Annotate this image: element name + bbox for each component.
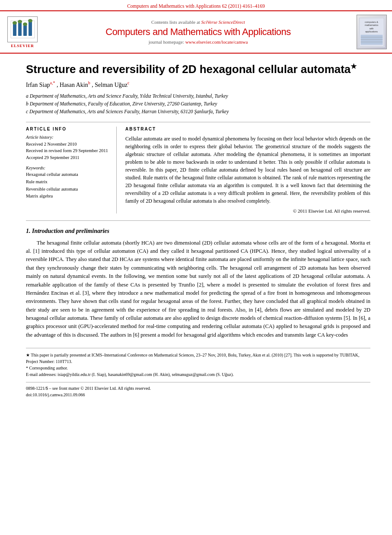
affil-a: a Department of Mathematics, Arts and Sc… <box>26 92 370 100</box>
author2-name: , Hasan Akin <box>57 82 88 88</box>
homepage-prefix: journal homepage: <box>149 39 185 45</box>
doi-line: doi:10.1016/j.camwa.2011.09.066 <box>26 392 370 398</box>
svg-text:with: with <box>369 27 374 29</box>
svg-rect-2 <box>18 22 22 36</box>
accepted-date: Accepted 29 September 2011 <box>26 154 110 161</box>
footnote-area: ★ This paper is partially presented at I… <box>26 348 370 378</box>
journal-title-display: Computers and Mathematics with Applicati… <box>44 26 352 38</box>
affiliations: a Department of Mathematics, Arts and Sc… <box>26 92 370 116</box>
contents-prefix: Contents lists available at <box>151 19 201 25</box>
title-text: Structure and reversibility of 2D hexago… <box>26 63 351 76</box>
journal-thumbnail: computers & mathematics with application… <box>357 15 387 49</box>
email-note: E-mail addresses: isiap@yildiz.edu.tr (I… <box>26 371 370 378</box>
bottom-bar: 0898-1221/$ – see front matter © 2011 El… <box>26 382 370 398</box>
svg-text:mathematics: mathematics <box>365 24 379 26</box>
keywords-list: Hexagonal cellular automata Rule matrix … <box>26 171 110 200</box>
svg-rect-4 <box>29 22 32 36</box>
corresponding-note: * Corresponding author. <box>26 365 370 371</box>
svg-point-7 <box>23 22 27 26</box>
section-1-body: The hexagonal finite cellular automata (… <box>26 239 370 340</box>
affil-b: b Department of Mathematics, Faculty of … <box>26 100 370 108</box>
history-label: Article history: <box>26 135 110 140</box>
svg-rect-3 <box>23 25 27 36</box>
keyword-4: Matrix algebra <box>26 193 110 200</box>
affil-c: c Department of Mathematics, Arts and Sc… <box>26 108 370 115</box>
journal-citation: Computers and Mathematics with Applicati… <box>127 3 265 9</box>
homepage-link[interactable]: www.elsevier.com/locate/camwa <box>185 39 248 45</box>
section-1: 1. Introduction and preliminaries The he… <box>26 228 370 340</box>
elsevier-logo-block: ELSEVIER <box>5 16 40 48</box>
keyword-2: Rule matrix <box>26 178 110 186</box>
issn-line: 0898-1221/$ – see front matter © 2011 El… <box>26 385 370 392</box>
title-star: ★ <box>351 63 357 70</box>
svg-text:computers &: computers & <box>365 20 378 23</box>
keywords-section: Keywords: Hexagonal cellular automata Ru… <box>26 166 110 200</box>
journal-citation-bar: Computers and Mathematics with Applicati… <box>0 0 392 10</box>
author3-affil: c <box>127 80 129 85</box>
svg-point-5 <box>13 21 17 25</box>
keyword-1: Hexagonal cellular automata <box>26 171 110 178</box>
svg-text:applications: applications <box>365 30 378 32</box>
contents-available-line: Contents lists available at SciVerse Sci… <box>44 19 352 25</box>
keyword-3: Reversible cellular automata <box>26 186 110 193</box>
main-content: Structure and reversibility of 2D hexago… <box>0 54 392 407</box>
author1-name: Irfan Siap <box>26 82 50 88</box>
journal-header: ELSEVIER Contents lists available at Sci… <box>0 10 392 54</box>
authors-line: Irfan Siapa,* , Hasan Akinb , Selman Uğu… <box>26 80 370 89</box>
copyright-line: © 2011 Elsevier Ltd. All rights reserved… <box>125 208 370 213</box>
homepage-line: journal homepage: www.elsevier.com/locat… <box>44 39 352 45</box>
abstract-panel: ABSTRACT Cellular automata are used to m… <box>125 127 370 213</box>
svg-rect-15 <box>361 35 383 45</box>
author3-name: , Selman Uğuz <box>92 82 127 88</box>
section-1-title: 1. Introduction and preliminaries <box>26 228 370 235</box>
svg-point-8 <box>28 19 32 22</box>
svg-point-6 <box>18 20 22 23</box>
elsevier-logo-image <box>7 16 38 42</box>
svg-rect-1 <box>13 24 16 36</box>
article-info-heading: ARTICLE INFO <box>26 127 110 131</box>
paper-title: Structure and reversibility of 2D hexago… <box>26 62 370 76</box>
star-footnote: ★ This paper is partially presented at I… <box>26 352 370 365</box>
history-section: Article history: Received 2 November 201… <box>26 135 110 161</box>
sciverse-link[interactable]: SciVerse ScienceDirect <box>201 19 245 25</box>
info-abstract-columns: ARTICLE INFO Article history: Received 2… <box>26 122 370 213</box>
received-date1: Received 2 November 2010 <box>26 141 110 148</box>
journal-center-info: Contents lists available at SciVerse Sci… <box>44 19 352 45</box>
abstract-heading: ABSTRACT <box>125 127 370 131</box>
section-divider <box>26 220 370 221</box>
keywords-label: Keywords: <box>26 166 110 170</box>
author2-affil: b <box>88 80 90 85</box>
article-info-panel: ARTICLE INFO Article history: Received 2… <box>26 127 117 213</box>
elsevier-wordmark: ELSEVIER <box>11 44 34 48</box>
author1-affil: a,* <box>50 80 55 85</box>
abstract-body: Cellular automata are used to model dyna… <box>125 135 370 205</box>
received-revised: Received in revised form 29 September 20… <box>26 147 110 154</box>
